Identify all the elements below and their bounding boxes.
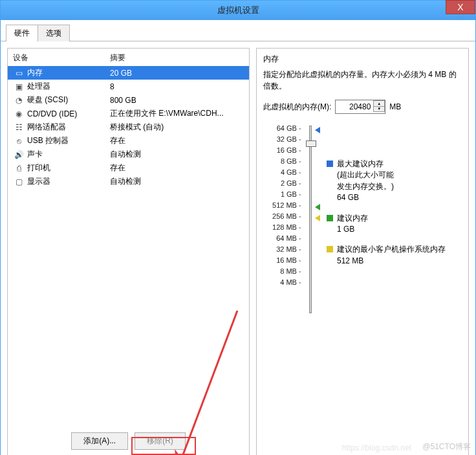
legend-rec-l1: 建议内存 xyxy=(337,213,368,224)
device-name: CD/DVD (IDE) xyxy=(27,109,110,118)
device-summary: 存在 xyxy=(110,135,244,146)
device-summary: 自动检测 xyxy=(110,176,244,187)
tick-label: 4 MB ˗ xyxy=(263,277,301,288)
memory-ticks: 64 GB ˗32 GB ˗16 GB ˗8 GB ˗4 GB ˗2 GB ˗1… xyxy=(263,123,301,313)
memory-legend: 最大建议内存 (超出此大小可能 发生内存交换。) 64 GB 建议内存 1 GB xyxy=(327,123,446,313)
tick-label: 4 GB ˗ xyxy=(263,167,301,178)
tick-label: 8 GB ˗ xyxy=(263,156,301,167)
col-device: 设备 xyxy=(13,52,110,63)
tick-label: 8 MB ˗ xyxy=(263,266,301,277)
device-name: 内存 xyxy=(27,67,110,78)
legend-rec: 建议内存 1 GB xyxy=(327,213,446,236)
remove-button: 移除(R) xyxy=(135,432,186,450)
device-summary: 20 GB xyxy=(110,69,244,78)
vm-settings-window: 虚拟机设置 X 硬件 选项 设备 摘要 ▭内存20 GB▣处理器8◔硬盘 (SC… xyxy=(0,0,476,455)
min-marker-icon xyxy=(315,215,320,221)
legend-max-l3: 发生内存交换。) xyxy=(337,181,394,192)
hardware-list-header: 设备 摘要 xyxy=(8,49,249,66)
device-name: USB 控制器 xyxy=(27,135,110,146)
rec-marker-icon xyxy=(315,204,320,210)
tick-label: 128 MB ˗ xyxy=(263,222,301,233)
device-name: 声卡 xyxy=(27,149,110,160)
legend-max-l2: (超出此大小可能 xyxy=(337,170,394,181)
device-summary: 800 GB xyxy=(110,96,244,105)
hardware-row[interactable]: ▭内存20 GB xyxy=(8,66,249,80)
add-button[interactable]: 添加(A)... xyxy=(71,432,128,450)
max-marker-icon xyxy=(315,127,320,133)
legend-max-val: 64 GB xyxy=(337,192,394,203)
hardware-row[interactable]: ◉CD/DVD (IDE)正在使用文件 E:\VMWare\CDH... xyxy=(8,107,249,120)
hardware-list: ▭内存20 GB▣处理器8◔硬盘 (SCSI)800 GB◉CD/DVD (ID… xyxy=(8,66,249,188)
device-name: 处理器 xyxy=(27,81,110,92)
device-name: 打印机 xyxy=(27,162,110,173)
hardware-row[interactable]: ◔硬盘 (SCSI)800 GB xyxy=(8,93,249,107)
hardware-row[interactable]: ▢显示器自动检测 xyxy=(8,175,249,188)
device-summary: 8 xyxy=(110,82,244,91)
tick-label: 16 MB ˗ xyxy=(263,255,301,266)
tab-hardware[interactable]: 硬件 xyxy=(6,25,38,41)
usb-icon: ⎋ xyxy=(13,137,25,146)
tick-label: 2 GB ˗ xyxy=(263,178,301,189)
memory-spinner[interactable]: ▲▼ xyxy=(373,100,385,112)
cpu-icon: ▣ xyxy=(13,82,25,91)
legend-rec-val: 1 GB xyxy=(337,224,368,235)
memory-unit: MB xyxy=(389,102,401,111)
tick-label: 64 MB ˗ xyxy=(263,233,301,244)
square-yellow-icon xyxy=(327,246,333,252)
tick-label: 64 GB ˗ xyxy=(263,123,301,134)
window-title: 虚拟机设置 xyxy=(1,5,475,16)
hardware-panel: 设备 摘要 ▭内存20 GB▣处理器8◔硬盘 (SCSI)800 GB◉CD/D… xyxy=(7,48,250,455)
col-summary: 摘要 xyxy=(110,52,244,63)
memory-slider[interactable] xyxy=(301,123,320,313)
legend-max: 最大建议内存 (超出此大小可能 发生内存交换。) 64 GB xyxy=(327,159,446,204)
device-name: 显示器 xyxy=(27,176,110,187)
legend-max-l1: 最大建议内存 xyxy=(337,159,394,170)
memory-icon: ▭ xyxy=(13,69,25,78)
hdd-icon: ◔ xyxy=(13,96,25,105)
memory-panel: 内存 指定分配给此虚拟机的内存量。内存大小必须为 4 MB 的倍数。 此虚拟机的… xyxy=(256,48,469,455)
hardware-row[interactable]: ▣处理器8 xyxy=(8,80,249,93)
hardware-row[interactable]: ⎋USB 控制器存在 xyxy=(8,134,249,148)
hardware-row[interactable]: ☷网络适配器桥接模式 (自动) xyxy=(8,120,249,134)
watermark-51cto: @51CTO博客 xyxy=(422,441,471,452)
tick-label: 16 GB ˗ xyxy=(263,145,301,156)
tab-strip: 硬件 选项 xyxy=(1,20,475,41)
device-summary: 自动检测 xyxy=(110,149,244,160)
device-name: 网络适配器 xyxy=(27,122,110,133)
memory-desc: 指定分配给此虚拟机的内存量。内存大小必须为 4 MB 的倍数。 xyxy=(263,69,462,92)
tick-label: 32 GB ˗ xyxy=(263,134,301,145)
tick-label: 256 MB ˗ xyxy=(263,211,301,222)
device-summary: 存在 xyxy=(110,162,244,173)
square-blue-icon xyxy=(327,161,333,167)
legend-min-l1: 建议的最小客户机操作系统内存 xyxy=(337,244,446,255)
tick-label: 32 MB ˗ xyxy=(263,244,301,255)
sound-icon: 🔊 xyxy=(13,150,25,159)
legend-min-val: 512 MB xyxy=(337,256,446,267)
hardware-row[interactable]: 🔊声卡自动检测 xyxy=(8,148,249,161)
tick-label: 512 MB ˗ xyxy=(263,200,301,211)
display-icon: ▢ xyxy=(13,177,25,186)
square-green-icon xyxy=(327,215,333,221)
memory-label: 此虚拟机的内存(M): xyxy=(263,102,331,113)
cd-icon: ◉ xyxy=(13,109,25,118)
nic-icon: ☷ xyxy=(13,123,25,132)
close-button[interactable]: X xyxy=(446,0,475,14)
slider-thumb[interactable] xyxy=(306,140,316,147)
tab-options[interactable]: 选项 xyxy=(38,25,70,41)
hardware-row[interactable]: ⎙打印机存在 xyxy=(8,161,249,175)
watermark-csdn: https://blog.csdn.net xyxy=(342,443,411,452)
legend-min: 建议的最小客户机操作系统内存 512 MB xyxy=(327,244,446,267)
device-name: 硬盘 (SCSI) xyxy=(27,94,110,105)
memory-title: 内存 xyxy=(263,54,462,65)
title-bar: 虚拟机设置 X xyxy=(1,1,475,20)
device-summary: 正在使用文件 E:\VMWare\CDH... xyxy=(110,108,244,119)
device-summary: 桥接模式 (自动) xyxy=(110,122,244,133)
printer-icon: ⎙ xyxy=(13,164,25,173)
tick-label: 1 GB ˗ xyxy=(263,189,301,200)
